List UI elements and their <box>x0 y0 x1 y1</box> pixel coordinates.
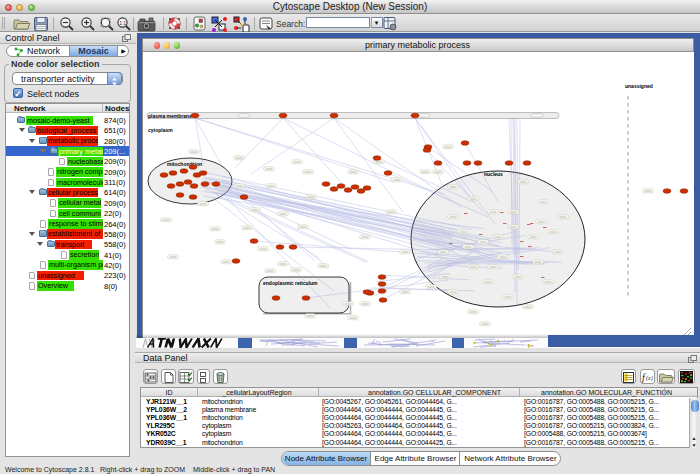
svg-text:cytoplasm: cytoplasm <box>148 127 173 133</box>
svg-text:1:1: 1:1 <box>119 19 126 25</box>
svg-text:nucleus: nucleus <box>484 171 503 177</box>
svg-text:unassigned: unassigned <box>625 83 653 89</box>
svg-text:plasma membrane: plasma membrane <box>148 112 192 118</box>
svg-text:endoplasmic reticulum: endoplasmic reticulum <box>263 280 318 286</box>
svg-text:(x): (x) <box>646 375 653 382</box>
